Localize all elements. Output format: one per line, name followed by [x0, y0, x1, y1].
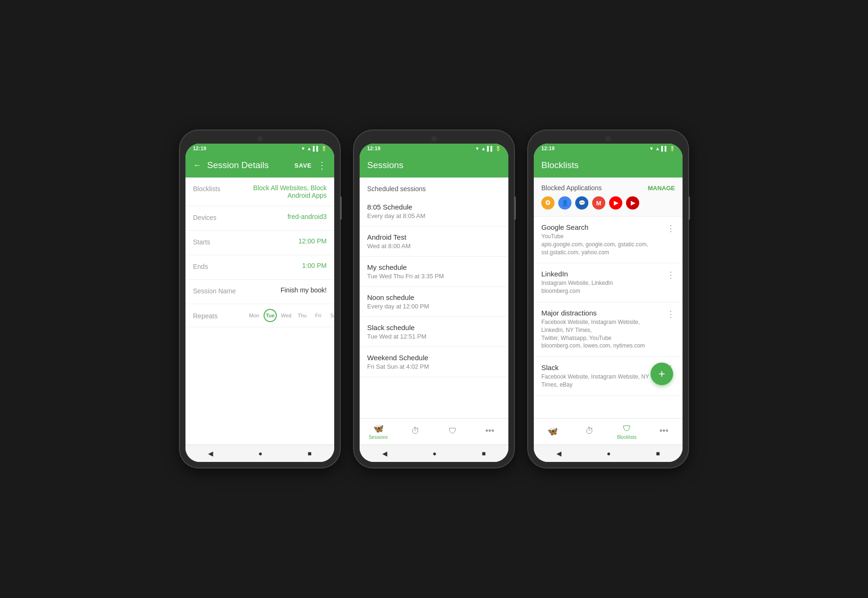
session-name-weekend: Weekend Schedule — [367, 354, 501, 362]
blocklist-slack-name: Slack — [541, 364, 663, 372]
home-nav-1[interactable]: ● — [258, 450, 262, 457]
blocklist-linkedin-info: LinkedIn Instagram Website, LinkedInbloo… — [541, 270, 663, 295]
blocklist-slack-sites: Facebook Website, Instagram Website, NY … — [541, 373, 663, 389]
android-nav-3: ◀ ● ■ — [534, 444, 683, 462]
status-bar-1: 12:19 ▼ ▲ ▌▌ 🔋 — [185, 144, 334, 153]
app-bar-1: ← Session Details SAVE ⋮ — [185, 153, 334, 178]
bottom-nav-3: 🦋 ⏱ 🛡 Blocklists ••• — [534, 418, 683, 444]
day-wed[interactable]: Wed — [280, 309, 293, 322]
more-icon: ••• — [485, 426, 494, 436]
time-display-1: 12:19 — [193, 145, 206, 151]
add-blocklist-fab[interactable]: + — [651, 363, 673, 385]
android-nav-1: ◀ ● ■ — [185, 444, 334, 462]
session-time-my-schedule: Tue Wed Thu Fri at 3:35 PM — [367, 273, 501, 280]
session-noon[interactable]: Noon schedule Every day at 12:00 PM — [360, 287, 508, 317]
session-name-805: 8:05 Schedule — [367, 203, 501, 211]
nav-history[interactable]: ⏱ — [397, 426, 434, 437]
nav-blocklists-3[interactable]: 🛡 Blocklists — [608, 424, 645, 440]
day-fri[interactable]: Fri — [312, 309, 325, 322]
session-time-slack: Tue Wed at 12:51 PM — [367, 333, 501, 340]
phone-blocklists: 12:19 ▼ ▲ ▌▌ 🔋 Blocklists Blocked Applic… — [528, 130, 688, 468]
blocklists-label-3: Blocklists — [617, 435, 637, 440]
blocklist-major-distractions[interactable]: Major distractions Facebook Website, Ins… — [534, 302, 683, 357]
more-options-button-1[interactable]: ⋮ — [317, 160, 327, 171]
back-nav-2[interactable]: ◀ — [382, 450, 387, 457]
devices-value[interactable]: fred-android3 — [245, 213, 327, 220]
sessions-icon-3: 🦋 — [547, 426, 558, 436]
blocklists-icon: 🛡 — [449, 426, 457, 436]
session-name-my-schedule: My schedule — [367, 263, 501, 271]
blocklist-major-sites: Facebook Website, Instagram Website, Lin… — [541, 318, 663, 350]
day-tue[interactable]: Tue — [264, 309, 277, 322]
nav-history-3[interactable]: ⏱ — [571, 426, 608, 437]
repeats-row: Repeats Mon Tue Wed Thu Fri Sat Sun — [185, 304, 334, 327]
recent-nav-1[interactable]: ■ — [308, 450, 312, 457]
starts-value[interactable]: 12:00 PM — [245, 237, 327, 245]
status-icons-2: ▼ ▲ ▌▌ 🔋 — [475, 146, 501, 151]
time-display-2: 12:19 — [367, 145, 380, 151]
manage-button[interactable]: MANAGE — [648, 185, 675, 192]
session-time-android-test: Wed at 8:00 AM — [367, 242, 501, 250]
status-bar-3: 12:19 ▼ ▲ ▌▌ 🔋 — [534, 144, 683, 153]
major-more-icon[interactable]: ⋮ — [663, 309, 675, 319]
camera-notch-2 — [431, 136, 437, 142]
session-name-noon: Noon schedule — [367, 293, 501, 301]
blocked-apps-title: Blocked Applications — [541, 184, 602, 192]
blocklist-google-name: Google Search — [541, 223, 663, 231]
blocklist-linkedin-name: LinkedIn — [541, 270, 663, 278]
session-time-805: Every day at 8:05 AM — [367, 212, 501, 219]
screen-title-1: Session Details — [207, 160, 289, 170]
back-nav-1[interactable]: ◀ — [208, 450, 213, 457]
recent-nav-2[interactable]: ■ — [482, 450, 486, 457]
blocklist-google-info: Google Search YouTubeapis.google.com, go… — [541, 223, 663, 256]
home-nav-3[interactable]: ● — [607, 450, 611, 457]
google-more-icon[interactable]: ⋮ — [663, 223, 675, 234]
ends-value[interactable]: 1:00 PM — [245, 262, 327, 269]
days-selector: Mon Tue Wed Thu Fri Sat Sun — [247, 309, 334, 322]
session-time-noon: Every day at 12:00 PM — [367, 303, 501, 310]
blocklist-google-sites: YouTubeapis.google.com, google.com, gsta… — [541, 233, 663, 256]
home-nav-2[interactable]: ● — [433, 450, 436, 457]
session-weekend[interactable]: Weekend Schedule Fri Sat Sun at 4:02 PM — [360, 347, 508, 377]
blocklist-linkedin-sites: Instagram Website, LinkedInbloomberg.com — [541, 279, 663, 295]
day-sat[interactable]: Sat — [328, 309, 334, 322]
save-button[interactable]: SAVE — [295, 162, 312, 169]
sessions-icon: 🦋 — [373, 423, 384, 434]
nav-more[interactable]: ••• — [471, 426, 508, 437]
blocklist-linkedin[interactable]: LinkedIn Instagram Website, LinkedInbloo… — [534, 263, 683, 302]
session-name-slack: Slack schedule — [367, 323, 501, 331]
blocklist-major-info: Major distractions Facebook Website, Ins… — [541, 309, 663, 350]
phone-sessions: 12:19 ▼ ▲ ▌▌ 🔋 Sessions Scheduled sessio… — [354, 130, 514, 468]
starts-label: Starts — [193, 237, 245, 246]
day-mon[interactable]: Mon — [248, 309, 261, 322]
blocklists-row: Blocklists Block All Websites, Block And… — [185, 178, 334, 206]
blocklists-value[interactable]: Block All Websites, Block Android Apps — [245, 184, 327, 199]
session-805[interactable]: 8:05 Schedule Every day at 8:05 AM — [360, 196, 508, 226]
ends-row: Ends 1:00 PM — [185, 255, 334, 280]
back-button-1[interactable]: ← — [193, 161, 201, 170]
blocklist-google-search[interactable]: Google Search YouTubeapis.google.com, go… — [534, 217, 683, 263]
nav-sessions[interactable]: 🦋 Sessions — [360, 423, 397, 440]
blocked-apps-header: Blocked Applications MANAGE — [541, 184, 675, 192]
recent-nav-3[interactable]: ■ — [656, 450, 660, 457]
bottom-nav-2: 🦋 Sessions ⏱ 🛡 ••• — [360, 418, 508, 444]
nav-sessions-3[interactable]: 🦋 — [534, 426, 571, 437]
session-name-value[interactable]: Finish my book! — [245, 286, 327, 294]
history-icon-3: ⏱ — [586, 426, 594, 436]
status-icons-3: ▼ ▲ ▌▌ 🔋 — [649, 146, 675, 151]
day-thu[interactable]: Thu — [296, 309, 309, 322]
blocklist-slack-info: Slack Facebook Website, Instagram Websit… — [541, 364, 663, 389]
session-my-schedule[interactable]: My schedule Tue Wed Thu Fri at 3:35 PM — [360, 257, 508, 287]
linkedin-more-icon[interactable]: ⋮ — [663, 270, 675, 280]
app-bar-2: Sessions — [360, 153, 508, 178]
session-slack[interactable]: Slack schedule Tue Wed at 12:51 PM — [360, 317, 508, 347]
nav-blocklists[interactable]: 🛡 — [434, 426, 471, 437]
app-icon-youtube2: ▶ — [626, 196, 639, 210]
devices-label: Devices — [193, 213, 245, 221]
nav-more-3[interactable]: ••• — [645, 426, 683, 437]
session-android-test[interactable]: Android Test Wed at 8:00 AM — [360, 226, 508, 257]
blocklist-major-name: Major distractions — [541, 309, 663, 317]
back-nav-3[interactable]: ◀ — [556, 450, 562, 457]
repeats-label: Repeats — [193, 311, 245, 320]
ends-label: Ends — [193, 262, 245, 270]
